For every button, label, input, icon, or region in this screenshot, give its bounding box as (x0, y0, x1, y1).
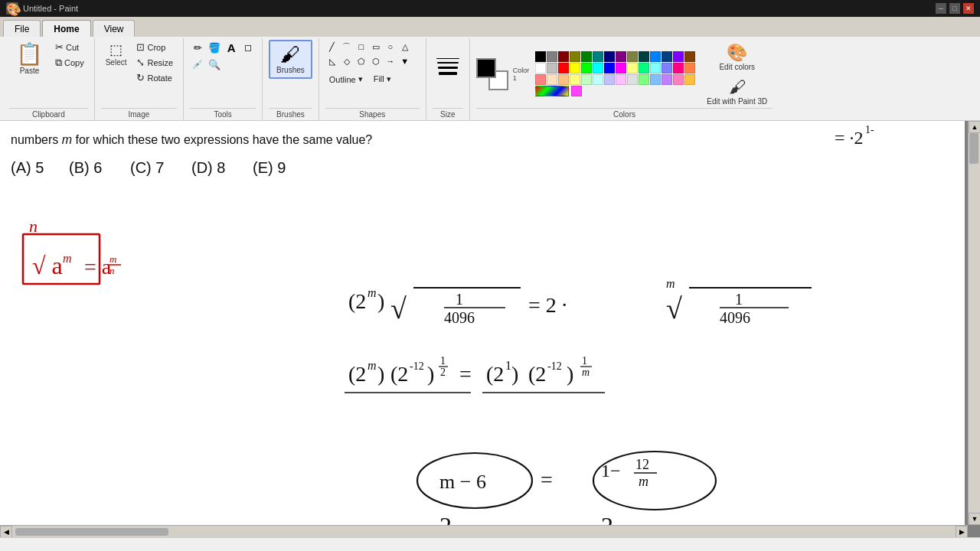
swatch-mauve[interactable] (662, 74, 672, 85)
cut-button[interactable]: ✂ Cut (51, 40, 88, 54)
outline-button[interactable]: Outline ▾ (325, 73, 367, 86)
line-shape[interactable]: ╱ (325, 40, 339, 54)
pencil-tool[interactable]: ✏ (190, 40, 205, 55)
swatch-skyblue[interactable] (650, 74, 661, 85)
diamond-shape[interactable]: ◇ (340, 54, 354, 68)
palette-row-special (535, 86, 695, 96)
vertical-scrollbar[interactable]: ▲ ▼ (968, 121, 980, 525)
edit-paint3d-button[interactable]: 🖌 Edit with Paint 3D (701, 75, 773, 108)
swatch-magenta[interactable] (616, 63, 626, 73)
swatch-silver[interactable] (547, 63, 557, 73)
resize-button[interactable]: ⤡ Resize (132, 55, 177, 70)
horizontal-scrollbar[interactable]: ◀ ▶ (0, 525, 968, 537)
hscroll-left[interactable]: ◀ (0, 526, 12, 538)
color1-swatch[interactable] (476, 58, 496, 78)
copy-button[interactable]: ⧉ Copy (51, 55, 88, 70)
magnifier-tool[interactable]: 🔍 (207, 57, 222, 72)
swatch-white[interactable] (535, 63, 546, 73)
swatch-orange[interactable] (684, 63, 695, 73)
text-tool[interactable]: A (224, 40, 239, 55)
swatch-lavender[interactable] (604, 74, 615, 85)
select-button[interactable]: ⬚ Select (101, 40, 132, 70)
fill-tool[interactable]: 🪣 (207, 40, 222, 55)
tab-home[interactable]: Home (42, 20, 90, 37)
swatch-cyan[interactable] (593, 63, 603, 73)
swatch-special[interactable] (535, 86, 569, 96)
swatch-brown[interactable] (684, 51, 695, 62)
swatch-blue[interactable] (650, 51, 661, 62)
swatch-gray[interactable] (547, 51, 557, 62)
svg-text:): ) (567, 362, 573, 386)
brushes-button[interactable]: 🖌 Brushes (269, 40, 312, 79)
swatch-teal[interactable] (593, 51, 603, 62)
swatch-darkgreen[interactable] (581, 51, 592, 62)
more-shapes[interactable]: ▼ (398, 54, 412, 68)
svg-text:4096: 4096 (720, 309, 750, 326)
swatch-lightyellow[interactable] (627, 63, 638, 73)
crop-icon: ⊡ (136, 41, 145, 53)
crop-button[interactable]: ⊡ Crop (132, 40, 177, 54)
rect-shape[interactable]: □ (354, 40, 368, 54)
pentagon-shape[interactable]: ⬠ (354, 54, 368, 68)
svg-text:12: 12 (635, 457, 649, 472)
swatch-cream[interactable] (570, 74, 580, 85)
swatch-hotpink[interactable] (673, 63, 684, 73)
swatch-armygreen[interactable] (627, 51, 638, 62)
swatch-lightblue2[interactable] (593, 74, 603, 85)
swatch-darkTeal[interactable] (639, 51, 649, 62)
swatch-blue2[interactable] (604, 63, 615, 73)
swatch-tan[interactable] (558, 74, 569, 85)
swatch-purple[interactable] (616, 51, 626, 62)
rotate-button[interactable]: ↻ Rotate (132, 70, 177, 85)
swatch-peach[interactable] (547, 74, 557, 85)
vscroll-thumb[interactable] (969, 133, 978, 164)
hexagon-shape[interactable]: ⬡ (369, 54, 383, 68)
swatch-lightgreen[interactable] (581, 74, 592, 85)
edit-colors-button[interactable]: 🎨 Edit colors (701, 41, 773, 73)
paste-button[interactable]: 📋 Paste (9, 40, 50, 79)
swatch-black[interactable] (535, 51, 546, 62)
size-selector[interactable] (433, 40, 463, 93)
swatch-red[interactable] (558, 63, 569, 73)
vscroll-up[interactable]: ▲ (969, 121, 980, 133)
righttri-shape[interactable]: ◺ (325, 54, 339, 68)
minimize-button[interactable]: ─ (936, 3, 946, 14)
swatch-special2[interactable] (571, 86, 582, 96)
roundrect-shape[interactable]: ▭ (369, 40, 383, 54)
swatch-yellow[interactable] (570, 63, 580, 73)
arrow-shape[interactable]: → (384, 54, 397, 68)
eraser-tool[interactable]: ◻ (240, 40, 256, 55)
swatch-lightgray[interactable] (627, 74, 638, 85)
close-button[interactable]: ✕ (963, 3, 974, 14)
swatch-lightcyan[interactable] (650, 63, 661, 73)
swatch-periwinkle[interactable] (662, 63, 672, 73)
vscroll-down[interactable]: ▼ (969, 513, 980, 525)
triangle-shape[interactable]: △ (398, 40, 412, 54)
swatch-rose[interactable] (673, 74, 684, 85)
svg-text:(A) 5: (A) 5 (11, 159, 44, 176)
color-picker-tool[interactable]: 💉 (190, 57, 205, 72)
swatch-gold[interactable] (684, 74, 695, 85)
outline-dropdown-icon: ▾ (358, 74, 363, 84)
swatch-lilac[interactable] (616, 74, 626, 85)
hscroll-thumb[interactable] (15, 528, 168, 536)
color-palette (534, 50, 697, 98)
swatch-darkred[interactable] (558, 51, 569, 62)
tab-view[interactable]: View (93, 20, 136, 37)
hscroll-right[interactable]: ▶ (956, 526, 968, 538)
swatch-navy[interactable] (604, 51, 615, 62)
swatch-olive[interactable] (570, 51, 580, 62)
canvas[interactable]: numbers m for which these two expression… (0, 121, 965, 537)
tab-file[interactable]: File (3, 20, 41, 37)
swatch-darkblue[interactable] (662, 51, 672, 62)
swatch-green2[interactable] (639, 74, 649, 85)
swatch-violet[interactable] (673, 51, 684, 62)
canvas-area[interactable]: numbers m for which these two expression… (0, 121, 980, 537)
swatch-lime[interactable] (581, 63, 592, 73)
swatch-pink[interactable] (535, 74, 546, 85)
fill-button[interactable]: Fill ▾ (370, 73, 395, 86)
curve-shape[interactable]: ⌒ (340, 40, 354, 54)
maximize-button[interactable]: □ (949, 3, 960, 14)
ellipse-shape[interactable]: ○ (384, 40, 397, 54)
swatch-mint[interactable] (639, 63, 649, 73)
